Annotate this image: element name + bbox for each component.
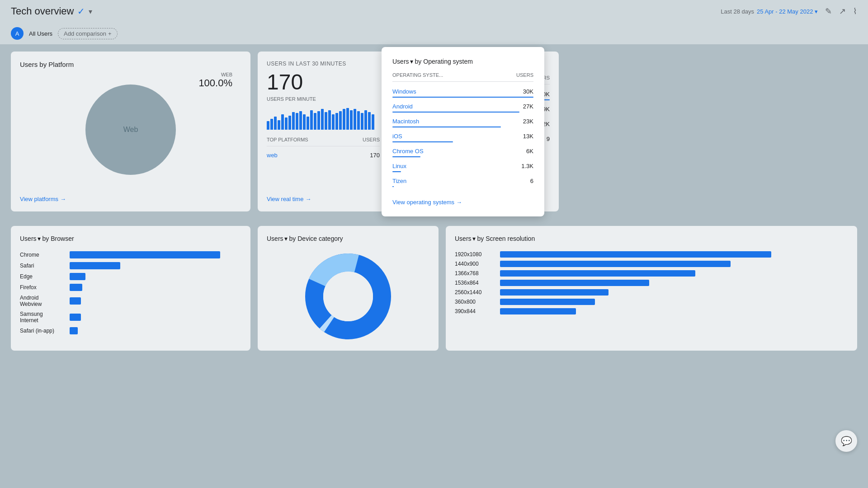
realtime-title: USERS IN LAST 30 MINUTES [267, 61, 380, 67]
browser-row: Edge [20, 273, 241, 280]
os-card-title-row: Users ▾ by Operating system [392, 58, 533, 65]
date-dropdown-icon[interactable]: ▾ [815, 8, 818, 15]
browser-by-label: by Browser [42, 235, 74, 242]
resolution-label: 360x800 [455, 299, 495, 305]
os-row-name[interactable]: Chrome OS [392, 148, 424, 155]
realtime-bar-chart [267, 107, 380, 130]
view-realtime-link[interactable]: View real time → [267, 196, 380, 202]
browser-row-label: Android Webview [20, 295, 65, 307]
browser-row-bar [70, 251, 220, 258]
os-table-row: Android 27K [392, 100, 533, 115]
date-prefix: Last 28 days [721, 8, 754, 15]
bar-mini [281, 114, 284, 130]
realtime-row-label[interactable]: web [267, 152, 278, 159]
bar-mini [364, 110, 367, 130]
os-row-name[interactable]: Tizen [392, 178, 406, 184]
screen-resolution-row: 2560x1440 [455, 289, 848, 296]
browser-row-label: Chrome [20, 252, 65, 258]
edit-icon[interactable]: ✎ [825, 6, 832, 16]
screen-card-title: Users ▾ by Screen resolution [455, 235, 848, 242]
bar-mini [328, 110, 331, 130]
bar-mini [335, 113, 338, 129]
browser-row-bar [70, 297, 81, 305]
view-os-arrow: → [456, 199, 462, 206]
os-by-label: by Operating system [415, 58, 473, 65]
bar-mini [372, 114, 374, 130]
browser-row: Android Webview [20, 295, 241, 307]
os-table-row: Chrome OS 6K [392, 145, 533, 160]
os-row-name[interactable]: Linux [392, 163, 406, 169]
resolution-bar [500, 289, 609, 296]
os-row-bar [392, 127, 501, 127]
os-row-name[interactable]: iOS [392, 133, 402, 140]
header: Tech overview ✓ ▾ Last 28 days 25 Apr - … [0, 0, 868, 23]
view-platforms-arrow: → [60, 196, 66, 202]
browser-row-label: Safari [20, 263, 65, 269]
bar-mini [278, 120, 280, 130]
browser-card: Users ▾ by Browser Chrome Safari Edge Fi… [11, 226, 250, 351]
bar-mini [354, 109, 356, 130]
resolution-bar [500, 299, 595, 305]
title-dropdown-icon[interactable]: ▾ [89, 7, 92, 16]
browser-row-label: Samsung Internet [20, 311, 65, 324]
share-icon[interactable]: ↗ [839, 6, 846, 16]
os-row-bar [392, 141, 453, 142]
resolution-label: 1366x768 [455, 270, 495, 277]
os-table-row: Windows 30K [392, 85, 533, 100]
screen-users-dropdown[interactable]: Users ▾ [455, 235, 476, 242]
os-row-name[interactable]: Windows [392, 88, 416, 95]
device-users-dropdown[interactable]: Users ▾ [267, 235, 288, 242]
os-rows: Windows 30K Android 27K Macintosh 23K iO… [392, 85, 533, 190]
bar-mini [357, 111, 360, 129]
os-row-value: 30K [523, 88, 533, 95]
svg-text:Web: Web [123, 126, 138, 133]
browser-row: Firefox [20, 284, 241, 291]
os-row-name[interactable]: Android [392, 103, 413, 110]
platform-card: Users by Platform WEB 100.0% Web View pl… [11, 52, 250, 211]
bar-mini [317, 111, 320, 129]
os-table-row: Macintosh 23K [392, 115, 533, 130]
os-col-users: USERS [516, 72, 533, 78]
os-row-bar [392, 97, 533, 98]
browser-row: Chrome [20, 251, 241, 258]
bar-mini [325, 112, 327, 129]
bar-mini [307, 117, 309, 130]
trend-icon[interactable]: ⌇ [853, 6, 857, 16]
os-row-bar [392, 171, 401, 172]
pd-row-value: 9 [547, 136, 550, 142]
os-row-name[interactable]: Macintosh [392, 118, 419, 125]
browser-users-dropdown[interactable]: Users ▾ [20, 235, 41, 242]
realtime-table-row: web 170 [267, 150, 380, 160]
os-users-dropdown[interactable]: Users ▾ [392, 58, 413, 65]
main: Users by Platform WEB 100.0% Web View pl… [0, 44, 868, 358]
resolution-label: 2560x1440 [455, 289, 495, 296]
realtime-table-header: TOP PLATFORMS USERS [267, 137, 380, 146]
bar-mini [346, 108, 349, 130]
donut-chart-container [267, 251, 429, 342]
date-range-value[interactable]: 25 Apr - 22 May 2022 ▾ [757, 8, 818, 15]
add-comparison-button[interactable]: Add comparison + [58, 28, 118, 39]
os-table-row: Linux 1.3K [392, 160, 533, 175]
view-platforms-link[interactable]: View platforms → [20, 196, 241, 202]
resolution-label: 1536x864 [455, 280, 495, 286]
browser-row-label: Edge [20, 273, 65, 280]
view-os-link[interactable]: View operating systems → [392, 199, 533, 206]
realtime-users-label: USERS [363, 137, 380, 142]
os-row-bar [392, 112, 519, 113]
screen-resolution-row: 360x800 [455, 299, 848, 305]
subheader: A All Users Add comparison + [0, 23, 868, 44]
resolution-label: 1440x900 [455, 261, 495, 267]
bar-mini [339, 111, 342, 129]
avatar: A [11, 27, 24, 40]
bar-mini [350, 110, 353, 130]
resolution-bar [500, 308, 576, 314]
os-table-row: Tizen 6 [392, 175, 533, 190]
os-row-value: 23K [523, 118, 533, 125]
bar-mini [368, 112, 371, 129]
browser-row-bar [70, 262, 120, 269]
bar-mini [270, 119, 273, 130]
screen-resolution-card: Users ▾ by Screen resolution 868x488 1… [446, 226, 857, 351]
chat-fab[interactable]: 💬 [835, 430, 857, 452]
os-table-row: iOS 13K [392, 130, 533, 145]
page-title: Tech overview [11, 5, 74, 17]
